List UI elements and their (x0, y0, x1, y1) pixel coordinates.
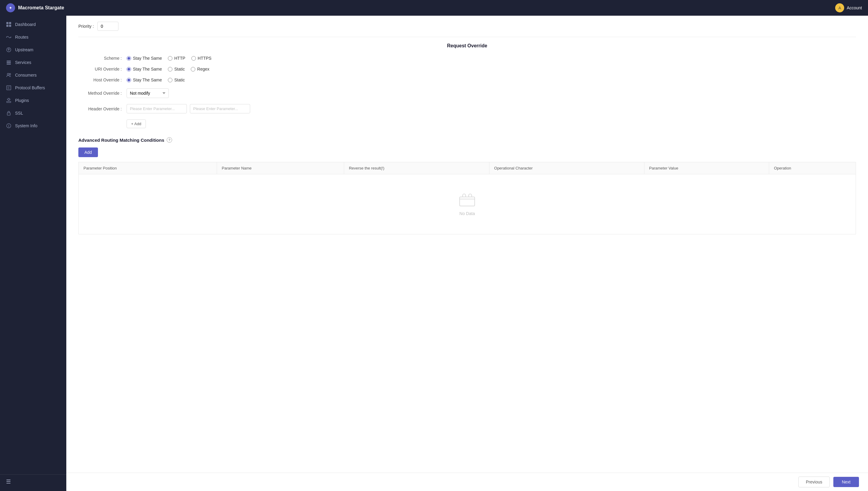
header-param-input-1[interactable] (127, 104, 187, 113)
dashboard-icon (6, 22, 11, 27)
col-parameter-position: Parameter Position (79, 162, 217, 174)
sidebar-label-ssl: SSL (15, 111, 23, 116)
sidebar-item-system-info[interactable]: System Info (0, 119, 66, 132)
host-option-static[interactable]: Static (168, 78, 185, 82)
sidebar-label-system-info: System Info (15, 123, 37, 128)
scheme-option-http[interactable]: HTTP (168, 56, 185, 61)
method-override-select[interactable]: Not modify GET POST PUT DELETE PATCH (127, 88, 169, 98)
svg-point-10 (7, 73, 9, 75)
col-parameter-name: Parameter Name (217, 162, 344, 174)
svg-point-5 (10, 37, 11, 38)
priority-label: Priority : (79, 24, 94, 29)
uri-radio-static[interactable] (168, 67, 173, 71)
method-override-label: Method Override : (79, 91, 127, 96)
host-radio-same[interactable] (127, 78, 131, 82)
table-header-row: Parameter Position Parameter Name Revers… (79, 162, 856, 174)
host-option-same[interactable]: Stay The Same (127, 78, 162, 82)
svg-rect-1 (9, 22, 11, 24)
scheme-radio-group: Stay The Same HTTP HTTPS (127, 56, 212, 61)
host-override-label: Host Override : (79, 78, 127, 82)
host-override-row: Host Override : Stay The Same Static (79, 78, 856, 82)
host-option-same-label: Stay The Same (133, 78, 162, 82)
col-operational-character: Operational Character (489, 162, 644, 174)
sidebar-label-services: Services (15, 60, 31, 65)
add-header-button[interactable]: + Add (127, 119, 146, 128)
plugins-icon (6, 98, 11, 103)
svg-rect-2 (6, 25, 8, 27)
previous-button[interactable]: Previous (798, 476, 830, 487)
svg-rect-16 (460, 197, 475, 206)
no-data-area: No Data (79, 174, 856, 234)
services-icon (6, 60, 11, 65)
sidebar-item-routes[interactable]: Routes (0, 31, 66, 44)
main-content: Priority : Request Override Scheme : Sta… (66, 16, 868, 491)
uri-option-same[interactable]: Stay The Same (127, 67, 162, 71)
uri-override-label: URI Override : (79, 67, 127, 71)
table-empty-row: No Data (79, 174, 856, 234)
sidebar-label-routes: Routes (15, 35, 28, 39)
svg-rect-9 (7, 64, 11, 64)
upstream-icon (6, 47, 11, 53)
app-logo: ✦ (6, 3, 15, 12)
layout: Dashboard Routes Upstream Services Consu… (0, 16, 868, 491)
no-data-icon (458, 193, 476, 207)
no-data-text: No Data (459, 211, 475, 216)
header-inputs (127, 104, 250, 113)
advanced-title: Advanced Routing Matching Conditions ? (79, 137, 856, 143)
scheme-radio-https[interactable] (191, 56, 196, 61)
col-reverse-result: Reverse the result(!) (344, 162, 489, 174)
sidebar-item-protocol-buffers[interactable]: Protocol Buffers (0, 81, 66, 94)
header-override-label: Header Override : (79, 107, 127, 111)
sidebar-item-consumers[interactable]: Consumers (0, 69, 66, 81)
sidebar-item-services[interactable]: Services (0, 56, 66, 69)
method-override-row: Method Override : Not modify GET POST PU… (79, 88, 856, 98)
uri-radio-group: Stay The Same Static Regex (127, 67, 210, 71)
ssl-icon (6, 110, 11, 116)
bottom-bar: Previous Next (66, 472, 868, 491)
uri-radio-same[interactable] (127, 67, 131, 71)
sidebar-item-dashboard[interactable]: Dashboard (0, 18, 66, 31)
hamburger-icon[interactable]: ☰ (6, 479, 11, 485)
scheme-option-https[interactable]: HTTPS (191, 56, 212, 61)
topnav-left: ✦ Macrometa Stargate (6, 3, 64, 12)
sidebar-label-upstream: Upstream (15, 47, 33, 52)
next-button[interactable]: Next (833, 477, 859, 487)
col-parameter-value: Parameter Value (644, 162, 769, 174)
topnav: ✦ Macrometa Stargate A Account (0, 0, 868, 16)
svg-rect-14 (7, 113, 10, 115)
uri-option-regex-label: Regex (197, 67, 209, 71)
uri-option-static[interactable]: Static (168, 67, 185, 71)
sidebar: Dashboard Routes Upstream Services Consu… (0, 16, 66, 491)
host-radio-group: Stay The Same Static (127, 78, 185, 82)
content-area: Priority : Request Override Scheme : Sta… (66, 16, 868, 472)
uri-option-regex[interactable]: Regex (191, 67, 209, 71)
sidebar-item-plugins[interactable]: Plugins (0, 94, 66, 107)
account-label: Account (846, 5, 862, 10)
uri-radio-regex[interactable] (191, 67, 195, 71)
help-icon[interactable]: ? (167, 137, 172, 143)
add-condition-button[interactable]: Add (79, 147, 98, 157)
protocol-buffers-icon (6, 85, 11, 90)
advanced-section: Advanced Routing Matching Conditions ? A… (79, 137, 856, 234)
header-param-input-2[interactable] (190, 104, 250, 113)
scheme-row: Scheme : Stay The Same HTTP HTTPS (79, 56, 856, 61)
sidebar-item-upstream[interactable]: Upstream (0, 44, 66, 56)
scheme-radio-same[interactable] (127, 56, 131, 61)
scheme-option-https-label: HTTPS (198, 56, 212, 61)
table-body: No Data (79, 174, 856, 234)
scheme-radio-http[interactable] (168, 56, 173, 61)
app-title: Macrometa Stargate (18, 5, 64, 10)
routes-icon (6, 34, 11, 40)
header-override-row: Header Override : (79, 104, 856, 113)
scheme-option-same-label: Stay The Same (133, 56, 162, 61)
section-divider (79, 37, 856, 37)
priority-input[interactable] (97, 22, 119, 31)
host-radio-static[interactable] (168, 78, 173, 82)
sidebar-item-ssl[interactable]: SSL (0, 107, 66, 119)
section-title: Request Override (79, 43, 856, 49)
scheme-label: Scheme : (79, 56, 127, 61)
sidebar-bottom: ☰ (0, 474, 66, 489)
scheme-option-same[interactable]: Stay The Same (127, 56, 162, 61)
svg-rect-7 (7, 61, 11, 61)
sidebar-label-dashboard: Dashboard (15, 22, 36, 27)
